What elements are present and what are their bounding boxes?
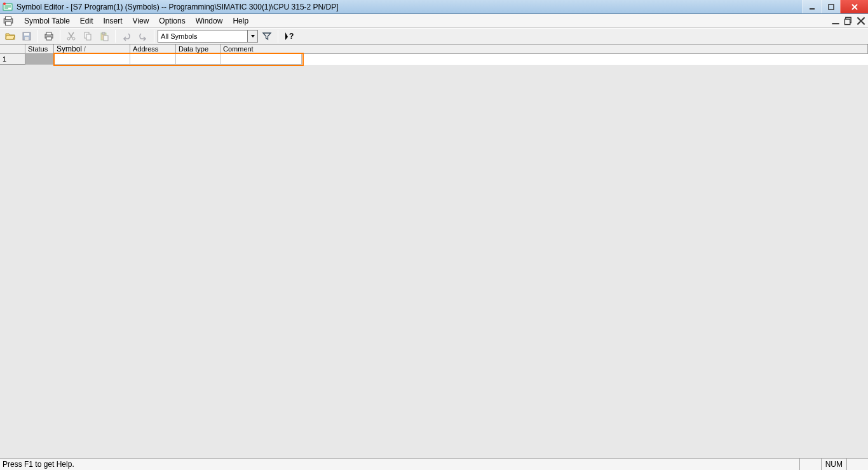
header-rownum[interactable] — [0, 44, 25, 53]
svg-rect-15 — [46, 37, 51, 40]
svg-point-17 — [72, 37, 75, 40]
svg-rect-22 — [104, 36, 108, 41]
menu-symbol-table[interactable]: Symbol Table — [19, 14, 75, 27]
toolbar-separator — [60, 30, 60, 43]
print-button[interactable] — [41, 29, 57, 43]
svg-rect-11 — [24, 33, 29, 36]
window-titlebar: Symbol Editor - [S7 Program(1) (Symbols)… — [0, 0, 868, 14]
header-symbol[interactable]: Symbol/ — [54, 44, 130, 53]
grid-header: Status Symbol/ Address Data type Comment — [0, 44, 868, 54]
svg-point-1 — [3, 3, 6, 5]
cell-datatype[interactable] — [176, 54, 220, 65]
statusbar: Press F1 to get Help. NUM — [0, 458, 868, 470]
mdi-restore-button[interactable] — [844, 17, 853, 25]
menu-help[interactable]: Help — [227, 14, 254, 27]
minimize-button[interactable] — [802, 0, 821, 13]
window-controls — [802, 0, 868, 13]
filter-combo[interactable] — [158, 30, 258, 43]
svg-rect-5 — [6, 17, 11, 20]
toolbar-separator — [154, 30, 154, 43]
copy-button[interactable] — [80, 29, 95, 43]
window-title: Symbol Editor - [S7 Program(1) (Symbols)… — [17, 3, 802, 11]
mdi-controls — [831, 17, 868, 25]
svg-rect-3 — [829, 4, 834, 10]
symbol-grid: Status Symbol/ Address Data type Comment… — [0, 44, 868, 458]
close-button[interactable] — [840, 0, 868, 13]
toolbar-separator — [115, 30, 116, 43]
header-status[interactable]: Status — [25, 44, 54, 53]
menu-view[interactable]: View — [128, 14, 154, 27]
cell-comment[interactable] — [220, 54, 302, 65]
svg-point-16 — [67, 37, 70, 40]
svg-rect-21 — [102, 32, 105, 34]
status-cell — [846, 459, 868, 470]
filter-combo-input[interactable] — [158, 30, 247, 42]
redo-button[interactable] — [135, 29, 151, 43]
row-number[interactable]: 1 — [0, 54, 25, 65]
app-icon — [3, 2, 13, 12]
chevron-down-icon[interactable] — [247, 30, 257, 42]
open-button[interactable] — [3, 29, 18, 43]
svg-text:?: ? — [289, 32, 294, 41]
cell-status[interactable] — [25, 54, 54, 65]
sort-indicator-icon: / — [84, 46, 86, 53]
cell-symbol[interactable] — [54, 54, 130, 65]
svg-rect-6 — [6, 22, 11, 25]
svg-rect-14 — [46, 32, 51, 35]
mdi-close-button[interactable] — [857, 17, 865, 25]
status-cell — [799, 459, 821, 470]
svg-rect-19 — [86, 34, 91, 40]
menu-window[interactable]: Window — [191, 14, 228, 27]
toolbar-separator — [37, 30, 38, 43]
menu-edit[interactable]: Edit — [75, 14, 98, 27]
mdi-minimize-button[interactable] — [831, 17, 840, 25]
paste-button[interactable] — [97, 29, 112, 43]
header-symbol-label: Symbol — [57, 44, 82, 53]
table-row[interactable]: 1 — [0, 54, 868, 65]
printer-icon — [3, 15, 14, 27]
svg-rect-12 — [25, 37, 29, 40]
cut-button[interactable] — [64, 29, 79, 43]
undo-button[interactable] — [119, 29, 134, 43]
menu-options[interactable]: Options — [154, 14, 190, 27]
status-numlock: NUM — [821, 459, 846, 470]
menu-insert[interactable]: Insert — [98, 14, 128, 27]
header-datatype[interactable]: Data type — [176, 44, 220, 53]
status-message: Press F1 to get Help. — [0, 460, 799, 469]
header-address[interactable]: Address — [130, 44, 176, 53]
header-comment[interactable]: Comment — [220, 44, 868, 53]
toolbar-separator — [278, 30, 278, 43]
cell-address[interactable] — [130, 54, 176, 65]
context-help-button[interactable]: ? — [281, 29, 297, 43]
filter-button[interactable] — [259, 29, 275, 43]
menubar: Symbol Table Edit Insert View Options Wi… — [0, 14, 868, 28]
save-button[interactable] — [19, 29, 34, 43]
toolbar: ? — [0, 28, 868, 44]
maximize-button[interactable] — [821, 0, 840, 13]
svg-rect-9 — [844, 19, 850, 24]
